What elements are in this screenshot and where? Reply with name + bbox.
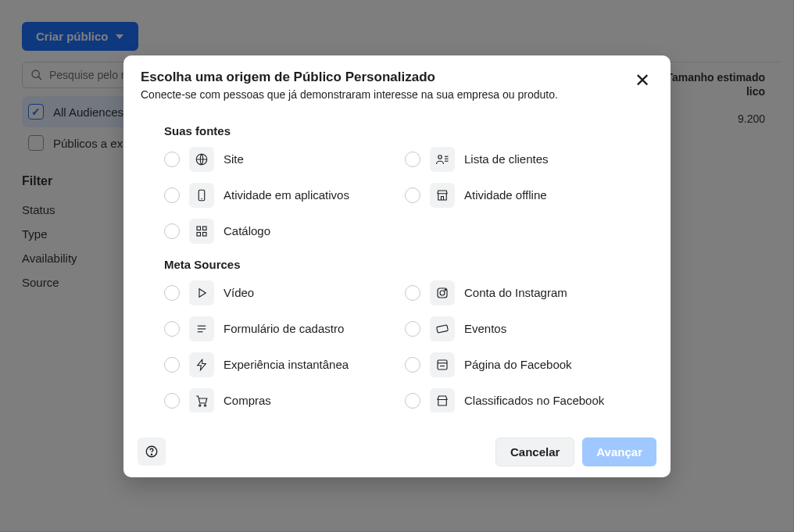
option-catalog-label: Catálogo (224, 224, 270, 237)
cart-icon (195, 394, 209, 408)
radio-offline-activity[interactable] (405, 187, 420, 203)
option-lead-form-label: Formulário de cadastro (224, 322, 344, 335)
option-instagram-label: Conta do Instagram (464, 286, 567, 299)
svg-point-3 (438, 155, 442, 159)
option-facebook-page[interactable]: Página do Facebook (405, 352, 630, 377)
option-events[interactable]: Eventos (405, 316, 630, 341)
option-events-label: Eventos (464, 322, 506, 335)
store-icon (435, 188, 449, 202)
mobile-icon (195, 188, 209, 202)
radio-events[interactable] (405, 321, 420, 337)
users-icon (435, 152, 449, 166)
radio-lead-form[interactable] (164, 321, 180, 337)
option-video-label: Vídeo (224, 286, 254, 299)
grid-icon (195, 224, 209, 238)
option-instagram[interactable]: Conta do Instagram (405, 280, 630, 305)
option-offline-activity[interactable]: Atividade offline (405, 183, 630, 208)
help-button[interactable] (138, 437, 166, 466)
cancel-button[interactable]: Cancelar (495, 437, 574, 466)
radio-marketplace[interactable] (405, 393, 420, 409)
page-icon (435, 358, 449, 372)
form-icon (195, 322, 209, 336)
svg-rect-20 (437, 324, 449, 332)
svg-point-15 (440, 291, 445, 295)
globe-icon (195, 152, 209, 166)
option-facebook-page-label: Página do Facebook (464, 358, 572, 371)
svg-rect-12 (203, 232, 207, 236)
radio-catalog[interactable] (164, 223, 180, 239)
modal-overlay: Escolha uma origem de Público Personaliz… (0, 0, 794, 532)
instagram-icon (435, 286, 449, 300)
radio-customer-list[interactable] (405, 152, 420, 167)
modal: Escolha uma origem de Público Personaliz… (123, 55, 671, 477)
svg-rect-11 (197, 232, 201, 236)
svg-rect-22 (438, 360, 447, 370)
next-button[interactable]: Avançar (582, 437, 656, 466)
radio-app-activity[interactable] (164, 187, 180, 203)
option-customer-list-label: Lista de clientes (464, 152, 549, 166)
svg-point-25 (199, 404, 201, 405)
close-icon: ✕ (635, 70, 650, 91)
your-sources-heading: Suas fontes (164, 124, 630, 137)
svg-rect-9 (197, 227, 201, 230)
svg-marker-21 (198, 359, 206, 370)
radio-instagram[interactable] (405, 285, 420, 301)
option-offline-activity-label: Atividade offline (464, 188, 547, 202)
modal-subtitle: Conecte-se com pessoas que já demonstrar… (141, 88, 558, 101)
ticket-icon (435, 322, 449, 336)
radio-video[interactable] (164, 285, 180, 301)
svg-point-26 (204, 404, 206, 405)
option-shopping-label: Compras (224, 394, 271, 407)
close-button[interactable]: ✕ (631, 70, 653, 91)
svg-point-28 (151, 454, 152, 455)
option-app-activity-label: Atividade em aplicativos (224, 188, 349, 202)
option-site-label: Site (224, 152, 244, 166)
radio-site[interactable] (164, 152, 180, 167)
option-marketplace-label: Classificados no Facebook (464, 394, 604, 407)
option-site[interactable]: Site (164, 147, 389, 172)
option-marketplace[interactable]: Classificados no Facebook (405, 388, 630, 412)
modal-title: Escolha uma origem de Público Personaliz… (141, 70, 558, 85)
option-shopping[interactable]: Compras (164, 388, 389, 412)
option-app-activity[interactable]: Atividade em aplicativos (164, 183, 389, 208)
option-instant-experience[interactable]: Experiência instantânea (164, 352, 389, 377)
option-instant-experience-label: Experiência instantânea (224, 358, 349, 371)
question-icon (145, 445, 159, 459)
option-customer-list[interactable]: Lista de clientes (405, 147, 630, 172)
svg-point-16 (445, 289, 446, 291)
radio-facebook-page[interactable] (405, 357, 420, 373)
svg-marker-13 (199, 288, 206, 297)
option-catalog[interactable]: Catálogo (164, 219, 389, 244)
marketplace-icon (435, 394, 449, 408)
radio-shopping[interactable] (164, 393, 180, 409)
option-video[interactable]: Vídeo (164, 280, 389, 305)
radio-instant-experience[interactable] (164, 357, 180, 373)
play-icon (195, 286, 209, 300)
meta-sources-heading: Meta Sources (164, 258, 630, 271)
bolt-icon (195, 358, 209, 372)
option-lead-form[interactable]: Formulário de cadastro (164, 316, 389, 341)
svg-rect-10 (203, 227, 207, 230)
